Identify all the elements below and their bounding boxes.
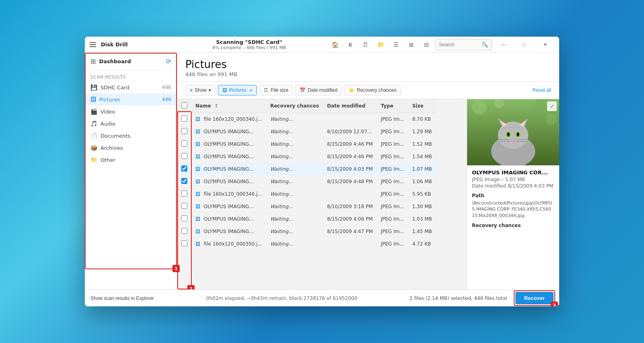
file-name: OLYMPUS IMAGING... [204,166,254,172]
sidebar-header: ⊞ Dashboard ⟳ [85,53,177,70]
select-all-checkbox[interactable] [181,102,187,108]
row-checkbox[interactable] [181,240,187,246]
calendar-icon: 📅 [299,87,306,93]
date-modified-filter-btn[interactable]: 📅 Date modified [295,85,342,95]
spin-icon: ⟳ [166,58,171,65]
row-checkbox-cell[interactable] [177,126,191,138]
list-view-btn[interactable]: ☰ [390,38,402,51]
row-recovery-cell: Waiting... [266,113,323,126]
row-checkbox[interactable] [181,228,187,234]
row-checkbox-cell[interactable] [177,213,191,225]
table-preview-wrapper: 2 Name ↕ R [177,99,559,289]
file-name: OLYMPUS IMAGING... [204,129,254,134]
row-checkbox[interactable] [181,128,187,134]
preview-info: OLYMPUS IMAGING COR... JPEG Image – 1.07… [467,165,559,289]
file-icon: 🖼 [195,179,200,184]
file-icon: 🖼 [195,216,200,222]
search-box[interactable]: 🔍 [435,39,492,50]
row-checkbox[interactable] [181,153,187,159]
pictures-filter-btn[interactable]: 🖼 Pictures ✕ [218,85,257,95]
close-button[interactable]: ✕ [536,38,554,51]
row-type-cell: JPEG Im... [377,188,408,200]
file-icon-btn[interactable]: 🗒 [359,38,372,51]
sidebar-item-documents[interactable]: 📄 Documents [85,130,177,142]
maximize-button[interactable]: □ [515,38,533,51]
row-checkbox[interactable] [181,116,187,122]
row-checkbox-cell[interactable] [177,200,191,213]
row-checkbox-cell[interactable] [177,163,191,176]
menu-icon[interactable] [90,41,98,49]
sidebar-item-audio[interactable]: 🎵 Audio [85,118,177,130]
video-label: Video [100,109,171,115]
archives-icon: 📦 [90,145,97,151]
row-checkbox-cell[interactable] [177,113,191,126]
row-checkbox[interactable] [181,178,187,184]
row-checkbox-cell[interactable] [177,151,191,163]
row-name-cell: 🖼 file 160x120_000346.j... [191,188,266,200]
file-icon: 🖼 [195,229,200,234]
table-header-row: Name ↕ Recovery chances Date modified Ty… [177,99,436,113]
search-input[interactable] [439,42,482,48]
row-checkbox[interactable] [181,215,187,221]
preview-file-type: JPEG Image – 1.07 MB [472,177,554,182]
row-size-cell: 1.54 MB [408,151,436,163]
show-filter-btn[interactable]: ≡ Show ▾ [185,85,215,95]
folder-icon-btn[interactable]: 📁 [374,38,387,51]
home-button[interactable]: 🏠 [328,38,341,51]
sidebar-item-video[interactable]: 🎬 Video [85,105,177,118]
pause-button[interactable]: ⏸ [344,38,357,51]
row-checkbox[interactable] [181,190,187,196]
th-type: Type [377,99,408,113]
minimize-button[interactable]: ─ [494,38,513,51]
file-name: OLYMPUS IMAGING... [204,154,254,159]
row-checkbox-cell[interactable] [177,138,191,151]
pictures-filter-close[interactable]: ✕ [249,88,252,93]
audio-icon: 🎵 [90,120,97,127]
row-date-cell: 8/15/2009 4:46 PM [323,138,377,151]
row-size-cell: 4.72 KB [408,238,436,250]
th-name: Name ↕ [191,99,266,113]
pictures-label: Pictures [99,97,162,103]
sidebar-item-other[interactable]: 📁 Other [85,154,177,166]
row-recovery-cell: Waiting... [266,138,323,151]
scan-title: Scanning "SDHC Card" [216,39,283,45]
grid-view-btn[interactable]: ⊞ [405,38,418,51]
row-recovery-cell: Waiting... [266,200,323,213]
archives-label: Archives [100,145,171,151]
file-name: file 160x120_000340.j... [204,116,262,122]
file-table: Name ↕ Recovery chances Date modified Ty… [177,99,436,250]
row-checkbox-cell[interactable] [177,176,191,188]
show-explorer-btn[interactable]: Show scan results in Explorer [90,295,154,301]
main-content: 1 ⊞ Dashboard ⟳ Scan results 💾 SDHC Card… [85,53,559,289]
file-name: file 160x120_000346.j... [204,191,262,197]
reset-all-btn[interactable]: Reset all [532,87,551,93]
row-checkbox[interactable] [181,141,187,147]
row-name-cell: 🖼 OLYMPUS IMAGING... [191,213,266,225]
row-date-cell: 8/15/2009 4:46 PM [323,151,377,163]
row-checkbox-cell[interactable] [177,188,191,200]
recovery-chances-filter-btn[interactable]: ⭐ Recovery chances [344,85,401,95]
row-size-cell: 1.06 MB [408,176,436,188]
file-size-filter-btn[interactable]: 🗒 File size [259,85,293,95]
row-recovery-cell: Waiting... [266,188,323,200]
dashboard-icon: ⊞ [90,58,96,65]
row-size-cell: 8.70 KB [408,113,436,126]
file-icon: 🖼 [195,241,200,247]
sidebar-item-sdhc-card[interactable]: 💾 SDHC Card 446 [85,81,177,93]
th-checkbox [177,99,191,113]
row-checkbox-cell[interactable] [177,225,191,238]
file-table-scroll[interactable]: 2 Name ↕ R [177,99,467,289]
file-icon: 🖼 [195,129,200,134]
sidebar-item-pictures[interactable]: 🖼 Pictures 446 [85,93,177,105]
split-view-btn[interactable]: ⊟ [420,38,433,51]
sidebar-item-archives[interactable]: 📦 Archives [85,142,177,154]
table-row: 🖼 file 160x120_000350.j... Waiting... JP… [177,238,436,250]
row-checkbox[interactable] [181,165,187,172]
row-type-cell: JPEG Im... [377,163,408,176]
row-checkbox-cell[interactable] [177,238,191,250]
svg-point-14 [517,132,519,136]
preview-expand-btn[interactable]: ⤢ [547,101,557,111]
recover-button[interactable]: Recover [515,292,554,304]
row-checkbox[interactable] [181,203,187,209]
file-icon: 🖼 [195,191,200,197]
